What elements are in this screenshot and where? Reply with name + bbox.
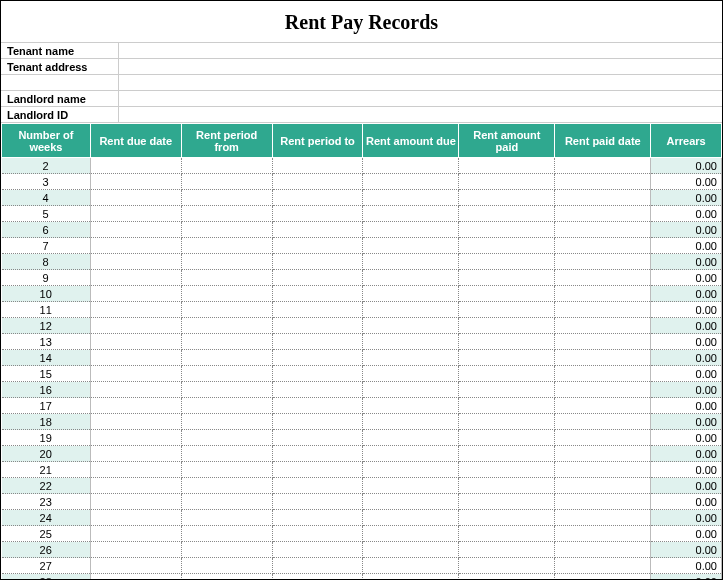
amount-paid-cell[interactable] bbox=[459, 334, 555, 350]
period-to-cell[interactable] bbox=[272, 222, 363, 238]
period-from-cell[interactable] bbox=[181, 462, 272, 478]
week-cell[interactable]: 16 bbox=[2, 382, 91, 398]
due-date-cell[interactable] bbox=[90, 398, 181, 414]
period-from-cell[interactable] bbox=[181, 206, 272, 222]
paid-date-cell[interactable] bbox=[555, 174, 651, 190]
arrears-cell[interactable]: 0.00 bbox=[651, 238, 722, 254]
arrears-cell[interactable]: 0.00 bbox=[651, 510, 722, 526]
period-from-cell[interactable] bbox=[181, 398, 272, 414]
due-date-cell[interactable] bbox=[90, 366, 181, 382]
due-date-cell[interactable] bbox=[90, 254, 181, 270]
period-to-cell[interactable] bbox=[272, 510, 363, 526]
due-date-cell[interactable] bbox=[90, 222, 181, 238]
due-date-cell[interactable] bbox=[90, 526, 181, 542]
paid-date-cell[interactable] bbox=[555, 334, 651, 350]
paid-date-cell[interactable] bbox=[555, 382, 651, 398]
arrears-cell[interactable]: 0.00 bbox=[651, 318, 722, 334]
due-date-cell[interactable] bbox=[90, 206, 181, 222]
week-cell[interactable]: 25 bbox=[2, 526, 91, 542]
due-date-cell[interactable] bbox=[90, 318, 181, 334]
week-cell[interactable]: 23 bbox=[2, 494, 91, 510]
period-to-cell[interactable] bbox=[272, 398, 363, 414]
period-from-cell[interactable] bbox=[181, 574, 272, 581]
arrears-cell[interactable]: 0.00 bbox=[651, 350, 722, 366]
due-date-cell[interactable] bbox=[90, 286, 181, 302]
amount-due-cell[interactable] bbox=[363, 350, 459, 366]
landlord-id-value[interactable] bbox=[119, 107, 722, 122]
due-date-cell[interactable] bbox=[90, 462, 181, 478]
period-from-cell[interactable] bbox=[181, 222, 272, 238]
tenant-address-value[interactable] bbox=[119, 59, 722, 74]
amount-due-cell[interactable] bbox=[363, 574, 459, 581]
arrears-cell[interactable]: 0.00 bbox=[651, 302, 722, 318]
amount-due-cell[interactable] bbox=[363, 222, 459, 238]
due-date-cell[interactable] bbox=[90, 350, 181, 366]
amount-due-cell[interactable] bbox=[363, 398, 459, 414]
week-cell[interactable]: 24 bbox=[2, 510, 91, 526]
amount-paid-cell[interactable] bbox=[459, 190, 555, 206]
week-cell[interactable]: 11 bbox=[2, 302, 91, 318]
amount-due-cell[interactable] bbox=[363, 462, 459, 478]
due-date-cell[interactable] bbox=[90, 414, 181, 430]
paid-date-cell[interactable] bbox=[555, 446, 651, 462]
period-from-cell[interactable] bbox=[181, 302, 272, 318]
paid-date-cell[interactable] bbox=[555, 270, 651, 286]
amount-due-cell[interactable] bbox=[363, 206, 459, 222]
period-to-cell[interactable] bbox=[272, 334, 363, 350]
period-to-cell[interactable] bbox=[272, 158, 363, 174]
paid-date-cell[interactable] bbox=[555, 526, 651, 542]
amount-due-cell[interactable] bbox=[363, 494, 459, 510]
amount-paid-cell[interactable] bbox=[459, 382, 555, 398]
period-to-cell[interactable] bbox=[272, 254, 363, 270]
amount-due-cell[interactable] bbox=[363, 286, 459, 302]
arrears-cell[interactable]: 0.00 bbox=[651, 574, 722, 581]
amount-due-cell[interactable] bbox=[363, 366, 459, 382]
amount-due-cell[interactable] bbox=[363, 174, 459, 190]
period-to-cell[interactable] bbox=[272, 238, 363, 254]
due-date-cell[interactable] bbox=[90, 430, 181, 446]
amount-due-cell[interactable] bbox=[363, 542, 459, 558]
amount-due-cell[interactable] bbox=[363, 318, 459, 334]
amount-paid-cell[interactable] bbox=[459, 478, 555, 494]
week-cell[interactable]: 8 bbox=[2, 254, 91, 270]
amount-due-cell[interactable] bbox=[363, 334, 459, 350]
period-from-cell[interactable] bbox=[181, 366, 272, 382]
period-to-cell[interactable] bbox=[272, 542, 363, 558]
amount-paid-cell[interactable] bbox=[459, 302, 555, 318]
paid-date-cell[interactable] bbox=[555, 510, 651, 526]
period-to-cell[interactable] bbox=[272, 414, 363, 430]
amount-due-cell[interactable] bbox=[363, 302, 459, 318]
due-date-cell[interactable] bbox=[90, 510, 181, 526]
paid-date-cell[interactable] bbox=[555, 254, 651, 270]
amount-due-cell[interactable] bbox=[363, 158, 459, 174]
due-date-cell[interactable] bbox=[90, 446, 181, 462]
week-cell[interactable]: 20 bbox=[2, 446, 91, 462]
arrears-cell[interactable]: 0.00 bbox=[651, 190, 722, 206]
arrears-cell[interactable]: 0.00 bbox=[651, 398, 722, 414]
period-from-cell[interactable] bbox=[181, 318, 272, 334]
due-date-cell[interactable] bbox=[90, 382, 181, 398]
period-to-cell[interactable] bbox=[272, 494, 363, 510]
amount-paid-cell[interactable] bbox=[459, 446, 555, 462]
paid-date-cell[interactable] bbox=[555, 574, 651, 581]
amount-paid-cell[interactable] bbox=[459, 270, 555, 286]
amount-due-cell[interactable] bbox=[363, 270, 459, 286]
period-from-cell[interactable] bbox=[181, 430, 272, 446]
arrears-cell[interactable]: 0.00 bbox=[651, 206, 722, 222]
period-from-cell[interactable] bbox=[181, 190, 272, 206]
amount-due-cell[interactable] bbox=[363, 254, 459, 270]
arrears-cell[interactable]: 0.00 bbox=[651, 254, 722, 270]
period-from-cell[interactable] bbox=[181, 254, 272, 270]
amount-paid-cell[interactable] bbox=[459, 254, 555, 270]
week-cell[interactable]: 4 bbox=[2, 190, 91, 206]
due-date-cell[interactable] bbox=[90, 542, 181, 558]
paid-date-cell[interactable] bbox=[555, 542, 651, 558]
arrears-cell[interactable]: 0.00 bbox=[651, 270, 722, 286]
arrears-cell[interactable]: 0.00 bbox=[651, 462, 722, 478]
arrears-cell[interactable]: 0.00 bbox=[651, 542, 722, 558]
period-from-cell[interactable] bbox=[181, 494, 272, 510]
amount-paid-cell[interactable] bbox=[459, 366, 555, 382]
arrears-cell[interactable]: 0.00 bbox=[651, 158, 722, 174]
period-from-cell[interactable] bbox=[181, 526, 272, 542]
week-cell[interactable]: 7 bbox=[2, 238, 91, 254]
